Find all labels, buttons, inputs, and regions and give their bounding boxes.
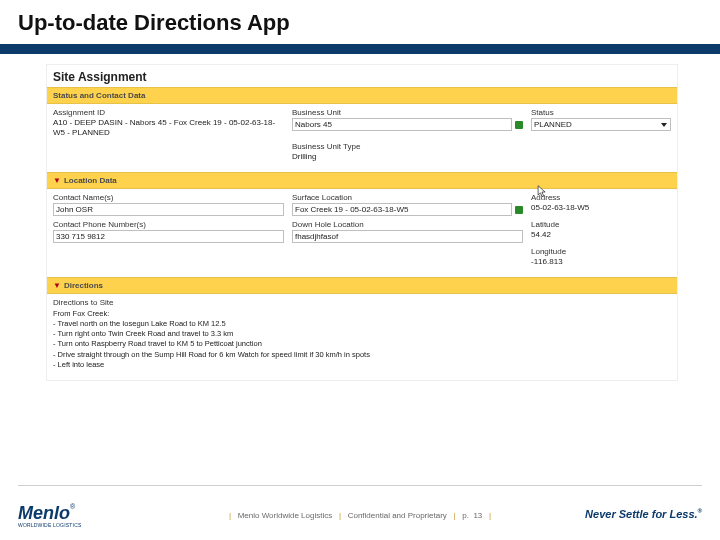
footer-confidential: Confidential and Proprietary [348, 511, 447, 520]
registered-icon: ® [698, 508, 702, 514]
label-directions: Directions to Site [53, 298, 671, 307]
input-contact-names[interactable]: John OSR [53, 203, 284, 216]
label-latitude: Latitude [531, 220, 671, 229]
label-longitude: Longitude [531, 247, 671, 256]
section-header-directions[interactable]: ▼ Directions [47, 277, 677, 294]
label-contact-phone: Contact Phone Number(s) [53, 220, 284, 229]
footer-sep: | [229, 511, 231, 520]
label-contact-names: Contact Name(s) [53, 193, 284, 202]
registered-icon: ® [70, 503, 75, 510]
input-down-hole[interactable]: fhasdjhfasof [292, 230, 523, 243]
input-business-unit[interactable]: Nabors 45 [292, 118, 512, 131]
label-assignment-id: Assignment ID [53, 108, 284, 117]
footer-page-num: 13 [473, 511, 482, 520]
tagline: Never Settle for Less.® [585, 508, 702, 520]
section-title-location: Location Data [64, 176, 117, 185]
label-down-hole: Down Hole Location [292, 220, 523, 229]
value-assignment-id: A10 - DEEP DASIN - Nabors 45 - Fox Creek… [53, 118, 284, 138]
input-contact-phone[interactable]: 330 715 9812 [53, 230, 284, 243]
slide-root: Up-to-date Directions App Site Assignmen… [0, 0, 720, 540]
section-header-status[interactable]: Status and Contact Data [47, 87, 677, 104]
footer-sep: | [339, 511, 341, 520]
footer-rule [18, 485, 702, 486]
value-address: 05-02-63-18-W5 [531, 203, 671, 213]
footer-sep: | [489, 511, 491, 520]
section-header-location[interactable]: ▼ Location Data [47, 172, 677, 189]
value-surface-location: Fox Creek 19 - 05-02-63-18-W5 [295, 205, 408, 214]
logo-text: Menlo [18, 503, 70, 523]
value-down-hole: fhasdjhfasof [295, 232, 338, 241]
title-rule [0, 44, 720, 54]
input-surface-location[interactable]: Fox Creek 19 - 05-02-63-18-W5 [292, 203, 512, 216]
section-title-directions: Directions [64, 281, 103, 290]
slide-title: Up-to-date Directions App [18, 10, 702, 36]
value-business-unit: Nabors 45 [295, 120, 332, 129]
section-title-status: Status and Contact Data [53, 91, 145, 100]
chevron-down-icon: ▼ [53, 282, 61, 290]
flag-icon[interactable] [515, 206, 523, 214]
label-business-unit: Business Unit [292, 108, 523, 117]
label-surface-location: Surface Location [292, 193, 523, 202]
value-status: PLANNED [534, 120, 572, 129]
select-status[interactable]: PLANNED [531, 118, 671, 131]
footer-page-label: p. [462, 511, 469, 520]
section-body-directions: Directions to Site From Fox Creek: - Tra… [47, 294, 677, 380]
tagline-text: Never Settle for Less. [585, 508, 698, 520]
app-screenshot: Site Assignment Status and Contact Data … [46, 64, 678, 381]
label-business-unit-type: Business Unit Type [292, 142, 523, 151]
cursor-icon [537, 185, 547, 199]
logo-subtext: WORLDWIDE LOGISTICS [18, 522, 82, 528]
value-directions: From Fox Creek: - Travel north on the Io… [53, 309, 671, 370]
value-contact-names: John OSR [56, 205, 93, 214]
label-status: Status [531, 108, 671, 117]
label-address: Address [531, 193, 671, 202]
section-body-status: Assignment ID A10 - DEEP DASIN - Nabors … [47, 104, 677, 172]
chevron-down-icon: ▼ [53, 177, 61, 185]
section-body-location: Contact Name(s) John OSR Surface Locatio… [47, 189, 677, 277]
footer-sep: | [454, 511, 456, 520]
footer-brand: Menlo Worldwide Logistics [238, 511, 333, 520]
value-longitude: -116.813 [531, 257, 671, 267]
value-latitude: 54.42 [531, 230, 671, 240]
logo: Menlo® WORLDWIDE LOGISTICS [18, 503, 82, 528]
slide-title-bar: Up-to-date Directions App [0, 0, 720, 42]
page-heading: Site Assignment [47, 65, 677, 87]
value-business-unit-type: Drilling [292, 152, 523, 162]
value-contact-phone: 330 715 9812 [56, 232, 105, 241]
flag-icon[interactable] [515, 121, 523, 129]
